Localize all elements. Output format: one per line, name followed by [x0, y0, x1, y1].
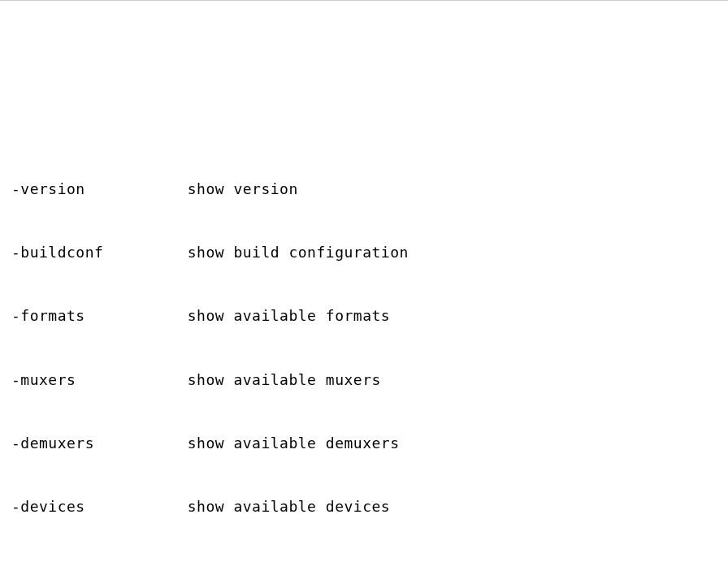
option-desc: show available muxers [188, 371, 381, 388]
option-flag: -version [11, 179, 188, 200]
option-desc: show available formats [188, 307, 390, 324]
option-flag: -buildconf [11, 242, 188, 263]
option-flag: -formats [11, 305, 188, 326]
option-row: -formatsshow available formats [11, 305, 728, 326]
option-flag: -devices [11, 496, 188, 517]
option-desc: show version [188, 180, 298, 197]
option-row: -devicesshow available devices [11, 496, 728, 517]
option-row: -demuxersshow available demuxers [11, 433, 728, 454]
option-row: -versionshow version [11, 179, 728, 200]
option-row: -muxersshow available muxers [11, 370, 728, 391]
option-row: -buildconfshow build configuration [11, 242, 728, 263]
option-desc: show available demuxers [188, 434, 400, 452]
help-options-list: -versionshow version -buildconfshow buil… [11, 136, 728, 562]
option-flag: -demuxers [11, 433, 188, 454]
option-flag: -muxers [11, 370, 188, 391]
terminal-output[interactable]: -versionshow version -buildconfshow buil… [11, 93, 728, 562]
option-desc: show available devices [188, 498, 390, 515]
option-desc: show build configuration [188, 244, 409, 261]
